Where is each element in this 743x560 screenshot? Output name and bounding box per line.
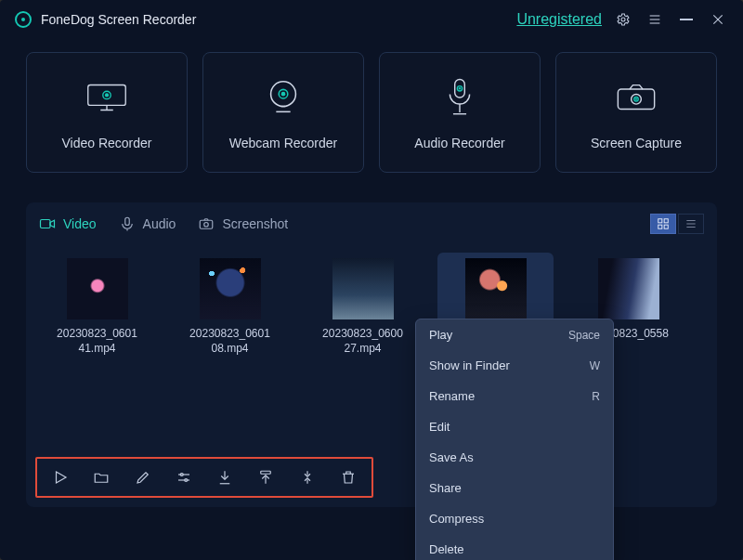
- svg-rect-23: [41, 220, 51, 228]
- menu-shortcut: R: [592, 390, 600, 403]
- menu-item-play[interactable]: Play Space: [416, 319, 613, 350]
- card-screen-capture[interactable]: Screen Capture: [555, 52, 717, 173]
- export-button[interactable]: [257, 466, 274, 488]
- menu-label: Edit: [429, 420, 450, 434]
- camera-icon: [613, 79, 659, 116]
- minimize-button[interactable]: [676, 9, 697, 30]
- compress-icon: [299, 469, 316, 486]
- app-title: FoneDog Screen Recorder: [41, 12, 196, 27]
- menu-label: Delete: [429, 542, 464, 556]
- adjust-button[interactable]: [176, 466, 192, 488]
- menu-shortcut: W: [590, 359, 600, 372]
- svg-rect-26: [201, 220, 214, 228]
- minimize-icon: [680, 19, 693, 20]
- logo-icon: [15, 11, 32, 28]
- menu-label: Share: [429, 481, 462, 495]
- header-right: Unregistered: [516, 9, 728, 30]
- compress-button[interactable]: [299, 466, 316, 488]
- monitor-record-icon: [82, 79, 132, 116]
- menu-label: Show in Finder: [429, 358, 510, 372]
- delete-button[interactable]: [340, 466, 357, 488]
- upload-share-icon: [257, 469, 274, 486]
- svg-point-10: [105, 93, 109, 97]
- unregistered-link[interactable]: Unregistered: [516, 11, 602, 28]
- settings-button[interactable]: [613, 9, 633, 30]
- trash-icon: [340, 469, 357, 486]
- media-item[interactable]: 20230823_060141.mp4: [39, 253, 155, 361]
- grid-icon: [657, 217, 670, 230]
- context-menu: Play Space Show in Finder W Rename R Edi…: [415, 319, 614, 560]
- sliders-icon: [176, 469, 192, 486]
- card-label: Screen Capture: [591, 136, 682, 150]
- svg-rect-28: [658, 219, 662, 223]
- import-button[interactable]: [216, 466, 233, 488]
- mode-cards: Video Recorder Webcam Recorder Audio Rec…: [0, 39, 743, 191]
- list-icon: [684, 217, 697, 230]
- menu-icon: [647, 12, 662, 27]
- tab-audio[interactable]: Audio: [119, 215, 176, 232]
- svg-point-13: [281, 92, 286, 97]
- camera-small-icon: [198, 215, 215, 232]
- thumbnail: [598, 258, 659, 319]
- thumbnail: [332, 258, 394, 319]
- thumbnail: [465, 258, 527, 319]
- svg-marker-35: [57, 472, 67, 483]
- svg-point-18: [459, 87, 461, 89]
- card-label: Video Recorder: [61, 136, 151, 150]
- svg-point-27: [204, 223, 209, 228]
- svg-rect-24: [124, 217, 129, 225]
- tab-label: Audio: [143, 216, 176, 231]
- mic-small-icon: [119, 215, 136, 232]
- card-audio-recorder[interactable]: Audio Recorder: [379, 52, 541, 173]
- tabs: Video Audio Screenshot: [39, 214, 704, 234]
- menu-item-share[interactable]: Share: [416, 473, 613, 503]
- svg-point-0: [621, 18, 625, 21]
- file-name: 20230823_060108.mp4: [179, 327, 281, 356]
- menu-label: Rename: [429, 389, 475, 403]
- thumbnail: [67, 258, 128, 319]
- svg-rect-29: [664, 219, 668, 223]
- menu-item-save-as[interactable]: Save As: [416, 442, 613, 473]
- open-folder-button[interactable]: [93, 466, 110, 488]
- edit-button[interactable]: [135, 466, 151, 488]
- tab-video[interactable]: Video: [39, 215, 97, 232]
- play-button[interactable]: [52, 466, 69, 488]
- menu-label: Compress: [429, 512, 484, 526]
- layout-toggle: [650, 214, 704, 234]
- menu-label: Save As: [429, 450, 474, 464]
- file-name: 20230823_060141.mp4: [46, 327, 149, 356]
- tab-label: Video: [63, 216, 97, 231]
- play-icon: [52, 469, 69, 486]
- layout-list-button[interactable]: [678, 214, 704, 234]
- thumbnail: [200, 258, 261, 319]
- menu-item-edit[interactable]: Edit: [416, 411, 613, 442]
- close-button[interactable]: [708, 9, 728, 30]
- pencil-icon: [135, 469, 151, 486]
- menu-item-delete[interactable]: Delete: [416, 534, 613, 560]
- folder-icon: [93, 469, 110, 486]
- svg-rect-31: [664, 225, 668, 228]
- svg-point-22: [635, 98, 637, 100]
- card-webcam-recorder[interactable]: Webcam Recorder: [202, 52, 364, 173]
- menu-label: Play: [429, 328, 452, 342]
- menu-button[interactable]: [645, 9, 665, 30]
- webcam-icon: [262, 76, 305, 119]
- microphone-icon: [443, 76, 476, 119]
- menu-item-compress[interactable]: Compress: [416, 503, 613, 534]
- file-name: 20230823_060027.mp4: [312, 327, 414, 356]
- gear-icon: [616, 12, 631, 27]
- card-video-recorder[interactable]: Video Recorder: [26, 52, 188, 173]
- tab-screenshot[interactable]: Screenshot: [198, 215, 288, 232]
- download-icon: [216, 469, 233, 486]
- card-label: Audio Recorder: [414, 136, 504, 150]
- media-item[interactable]: 20230823_060027.mp4: [305, 253, 421, 361]
- menu-item-rename[interactable]: Rename R: [416, 381, 613, 411]
- menu-item-show-in-finder[interactable]: Show in Finder W: [416, 350, 613, 381]
- menu-shortcut: Space: [568, 329, 600, 342]
- title-bar: FoneDog Screen Recorder Unregistered: [0, 0, 743, 39]
- layout-grid-button[interactable]: [650, 214, 676, 234]
- media-item[interactable]: 20230823_060108.mp4: [172, 253, 288, 361]
- tab-label: Screenshot: [222, 216, 288, 231]
- app-window: FoneDog Screen Recorder Unregistered Vid…: [0, 0, 743, 560]
- svg-rect-30: [658, 225, 662, 228]
